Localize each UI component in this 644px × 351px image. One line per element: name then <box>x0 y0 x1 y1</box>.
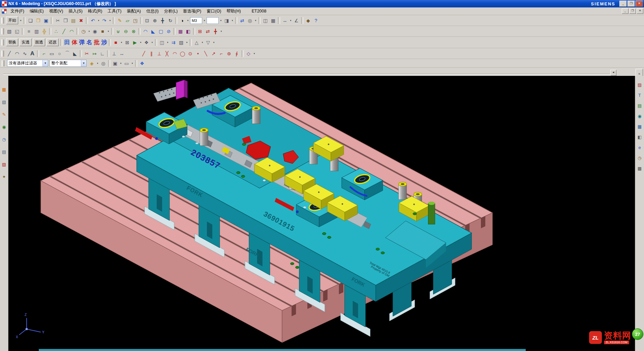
wave-geometry-linker-icon[interactable]: ⇉ <box>170 39 177 46</box>
arrangements-dropdown[interactable]: ▾ <box>185 39 189 46</box>
sketch-chamfer-icon[interactable]: ◣ <box>71 50 79 57</box>
body-display-tool[interactable]: 体 <box>71 38 78 47</box>
child-restore-button[interactable]: ❐ <box>629 8 636 14</box>
menu-et2008[interactable]: ET2008 <box>249 8 269 14</box>
dock-view-toolbar-icon[interactable]: ▦ <box>1 86 7 93</box>
point-tool-icon[interactable]: • <box>194 50 202 57</box>
corner-tool-icon[interactable]: ⌐ <box>217 50 225 57</box>
menu-tools[interactable]: 工具(T) <box>105 7 124 15</box>
move-component-icon[interactable]: ⇄ <box>204 28 212 35</box>
resource-part-navigator-icon[interactable]: T <box>636 92 643 98</box>
menu-file[interactable]: 文件(F) <box>8 7 27 15</box>
edge-blend-icon[interactable]: ◠ <box>142 28 149 35</box>
arc-tool-icon[interactable]: ◠ <box>68 28 75 35</box>
up-structure-icon[interactable]: △ <box>193 39 201 46</box>
arrangements-icon[interactable]: ▧ <box>177 39 185 46</box>
undo-dropdown[interactable]: ▾ <box>97 17 100 24</box>
block-primitive-dropdown[interactable]: ▾ <box>106 28 110 35</box>
chamfer-icon[interactable]: ◣ <box>149 28 157 35</box>
dock-sketch-toolbar-icon[interactable]: ✎ <box>1 111 7 118</box>
interference-check-icon[interactable]: ⊠ <box>123 39 131 46</box>
dock-list-toolbar-icon[interactable]: ▤ <box>1 148 7 155</box>
angled-line-icon[interactable]: ╲ <box>202 50 210 57</box>
arrow-ne-icon[interactable]: ↗ <box>210 50 217 57</box>
name-display-tool[interactable]: 名 <box>86 38 93 47</box>
spring-tool[interactable]: 弹 <box>78 38 86 47</box>
sketch-arc-icon[interactable]: ◠ <box>13 50 21 57</box>
dock-tools-toolbar-icon[interactable]: ✦ <box>1 173 7 180</box>
start-menu-button-dropdown[interactable]: ▾ <box>19 17 23 24</box>
trim-body-icon[interactable]: ⊘ <box>165 28 173 35</box>
resource-undo-list-icon[interactable]: ▨ <box>636 81 643 88</box>
solid-translucency-button[interactable]: 实透 <box>20 38 32 46</box>
exploded-view-dropdown[interactable]: ▾ <box>150 39 154 46</box>
perpendicular-line-icon[interactable]: ⊥ <box>155 50 163 57</box>
add-component-dropdown[interactable]: ▾ <box>219 28 223 35</box>
dock-history-toolbar-icon[interactable]: ◷ <box>1 136 7 143</box>
help-icon[interactable]: ? <box>312 17 320 24</box>
top-selection-dropdown[interactable]: ▾ <box>119 60 123 67</box>
clearance-analysis-icon[interactable]: ◫ <box>158 39 166 46</box>
menu-edit[interactable]: 编辑(E) <box>27 7 47 15</box>
toolbar-grip[interactable] <box>2 60 4 66</box>
menu-help[interactable]: 帮助(H) <box>224 7 243 15</box>
toolbar-grip[interactable] <box>1 39 4 46</box>
dock-color-toolbar-icon[interactable]: ▨ <box>1 161 7 168</box>
arc-curve-icon[interactable]: ◠ <box>171 50 179 57</box>
quick-extend-icon[interactable]: ↦ <box>91 50 98 57</box>
sketch-spline-icon[interactable]: ∿ <box>21 50 29 57</box>
assembly-sequence-dropdown[interactable]: ▾ <box>139 39 143 46</box>
block-primitive-icon[interactable]: ■ <box>99 28 106 35</box>
concentric-circle-icon[interactable]: ⊙ <box>186 50 194 57</box>
delete-icon[interactable]: ✖ <box>77 17 85 24</box>
chevron-down-icon[interactable]: ▼ <box>81 60 86 66</box>
undo-icon[interactable]: ↶ <box>89 17 97 24</box>
new-file-icon[interactable]: ❏ <box>27 17 34 24</box>
assembly-constraints-icon[interactable]: ⊞ <box>196 28 204 35</box>
selection-scope-combo[interactable]: 整个装配 ▼ <box>50 60 87 67</box>
menu-preferences[interactable]: 首选项(P) <box>180 7 204 15</box>
shaded-display-icon[interactable]: ◑ <box>178 17 186 24</box>
start-menu-button[interactable]: 开始 <box>6 17 18 24</box>
window-cascade-icon[interactable]: ◫ <box>262 17 269 24</box>
hole-icon[interactable]: ◉ <box>91 28 99 35</box>
sketch-circle-icon[interactable]: ○ <box>56 50 63 57</box>
up-structure-dropdown[interactable]: ▾ <box>201 39 204 46</box>
background-color-box-dropdown[interactable]: ▾ <box>219 17 223 24</box>
measure-distance-icon[interactable]: ↔ <box>281 17 289 24</box>
selection-rectangle-icon[interactable]: ▭ <box>123 60 130 67</box>
auto-dimension-icon[interactable]: ↔ <box>118 50 126 57</box>
resource-hd3d-tools-icon[interactable]: ◧ <box>636 134 643 140</box>
menu-assemblies[interactable]: 装配(A) <box>124 7 144 15</box>
integral-curve-icon[interactable]: ∮ <box>233 50 241 57</box>
face-analysis-icon[interactable]: ◨ <box>223 17 231 24</box>
dock-curve-toolbar-icon[interactable]: ◉ <box>1 123 7 130</box>
datum-plane-icon[interactable]: ▱ <box>124 17 131 24</box>
menu-information[interactable]: 信息(I) <box>144 7 161 15</box>
material-properties-icon[interactable]: ◆ <box>304 17 312 24</box>
fit-view-icon[interactable]: ⊡ <box>143 17 151 24</box>
snap-point-toggle-icon[interactable]: ◈ <box>88 60 96 67</box>
cross-point-icon[interactable]: ╳ <box>163 50 171 57</box>
snap-point-toggle-dropdown[interactable]: ▾ <box>96 60 99 67</box>
resource-materials-icon[interactable]: ▩ <box>636 165 643 172</box>
extrude-icon[interactable]: ◳ <box>131 17 139 24</box>
menu-window[interactable]: 窗口(O) <box>204 7 224 15</box>
menu-format[interactable]: 格式(R) <box>85 7 105 15</box>
face-translucency-button[interactable]: 面透 <box>33 38 45 46</box>
resource-assembly-navigator-icon[interactable]: ▤ <box>636 102 643 109</box>
graphics-window[interactable]: 203857 FORK 36901915 FORK FORK Total Wgt… <box>8 76 635 351</box>
background-color-box[interactable] <box>207 17 219 24</box>
measure-angle-icon[interactable]: ∠ <box>293 17 300 24</box>
chevron-down-icon[interactable]: ▼ <box>42 60 48 66</box>
assembly-sequence-icon[interactable]: ▶ <box>131 39 139 46</box>
minimize-button[interactable]: _ <box>619 1 627 7</box>
resource-history-icon[interactable]: ◷ <box>636 154 643 161</box>
copy-icon[interactable]: ❒ <box>62 17 69 24</box>
open-file-icon[interactable]: ❐ <box>34 17 42 24</box>
selection-highlight-icon[interactable]: ◎ <box>99 60 107 67</box>
resource-reuse-library-icon[interactable]: ▦ <box>636 123 643 130</box>
basic-line-icon[interactable]: ╱ <box>140 50 148 57</box>
cut-icon[interactable]: ✂ <box>54 17 62 24</box>
geometric-constraints-icon[interactable]: ⊥ <box>110 50 118 57</box>
